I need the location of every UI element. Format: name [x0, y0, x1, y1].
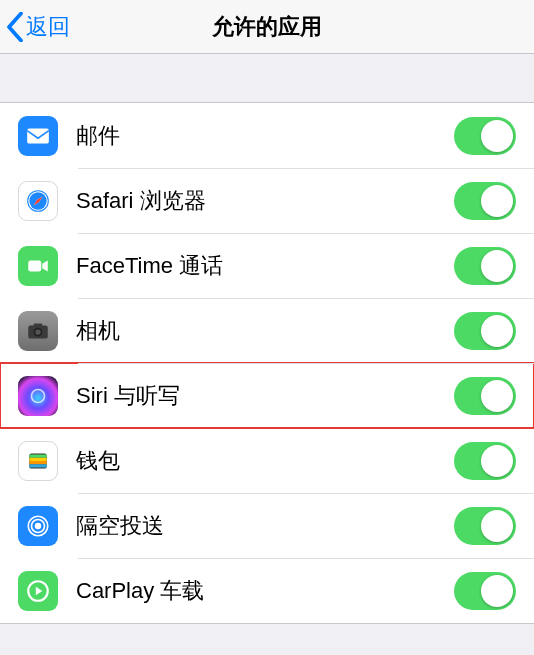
- app-label: 邮件: [76, 121, 454, 151]
- toggle-siri[interactable]: [454, 377, 516, 415]
- facetime-icon: [18, 246, 58, 286]
- toggle-safari[interactable]: [454, 182, 516, 220]
- safari-icon: [18, 181, 58, 221]
- toggle-mail[interactable]: [454, 117, 516, 155]
- svg-rect-13: [29, 461, 46, 464]
- page-title: 允许的应用: [0, 12, 534, 42]
- app-row-airdrop: 隔空投送: [0, 493, 534, 558]
- app-row-carplay: CarPlay 车载: [0, 558, 534, 623]
- app-label: 相机: [76, 316, 454, 346]
- app-row-mail: 邮件: [0, 103, 534, 168]
- app-label: 隔空投送: [76, 511, 454, 541]
- svg-rect-0: [27, 128, 49, 143]
- app-row-facetime: FaceTime 通话: [0, 233, 534, 298]
- wallet-icon: [18, 441, 58, 481]
- svg-rect-11: [29, 454, 46, 457]
- svg-point-9: [32, 389, 45, 402]
- svg-rect-12: [29, 457, 46, 460]
- app-label: CarPlay 车载: [76, 576, 454, 606]
- toggle-wallet[interactable]: [454, 442, 516, 480]
- chevron-left-icon: [6, 12, 24, 42]
- svg-point-8: [35, 329, 40, 334]
- camera-icon: [18, 311, 58, 351]
- siri-icon: [18, 376, 58, 416]
- toggle-airdrop[interactable]: [454, 507, 516, 545]
- section-spacer: [0, 54, 534, 102]
- svg-point-15: [35, 522, 42, 529]
- app-label: 钱包: [76, 446, 454, 476]
- app-row-wallet: 钱包: [0, 428, 534, 493]
- app-label: Safari 浏览器: [76, 186, 454, 216]
- navbar: 返回 允许的应用: [0, 0, 534, 54]
- app-label: Siri 与听写: [76, 381, 454, 411]
- app-row-camera: 相机: [0, 298, 534, 363]
- app-row-safari: Safari 浏览器: [0, 168, 534, 233]
- app-label: FaceTime 通话: [76, 251, 454, 281]
- toggle-camera[interactable]: [454, 312, 516, 350]
- app-list: 邮件Safari 浏览器FaceTime 通话相机Siri 与听写钱包隔空投送C…: [0, 102, 534, 624]
- back-label: 返回: [26, 12, 70, 42]
- app-row-siri: Siri 与听写: [0, 363, 534, 428]
- svg-rect-4: [28, 260, 41, 271]
- carplay-icon: [18, 571, 58, 611]
- svg-rect-6: [34, 323, 43, 326]
- airdrop-icon: [18, 506, 58, 546]
- toggle-carplay[interactable]: [454, 572, 516, 610]
- svg-rect-14: [29, 464, 46, 467]
- toggle-facetime[interactable]: [454, 247, 516, 285]
- back-button[interactable]: 返回: [0, 12, 70, 42]
- mail-icon: [18, 116, 58, 156]
